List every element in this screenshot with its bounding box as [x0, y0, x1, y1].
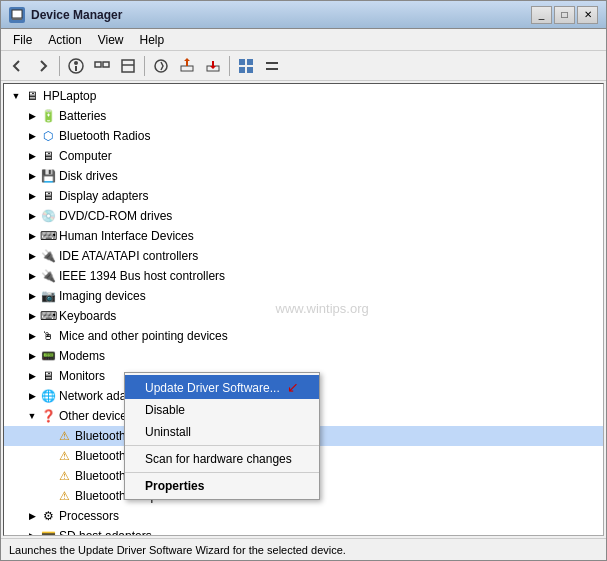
update-driver-button[interactable]	[175, 54, 199, 78]
expander-mice[interactable]: ▶	[24, 328, 40, 344]
maximize-button[interactable]: □	[554, 6, 575, 24]
menu-help[interactable]: Help	[132, 30, 173, 50]
warning-icon-2: ⚠	[56, 448, 72, 464]
keyboards-icon: ⌨	[40, 308, 56, 324]
ctx-update-driver[interactable]: Update Driver Software... ↙	[125, 375, 319, 399]
tree-item-modems[interactable]: ▶ 📟 Modems	[4, 346, 603, 366]
toolbar-separator-1	[59, 56, 60, 76]
expander-ide[interactable]: ▶	[24, 248, 40, 264]
window-icon	[9, 7, 25, 23]
tree-item-display-adapters[interactable]: ▶ 🖥 Display adapters	[4, 186, 603, 206]
display-icon: 🖥	[40, 188, 56, 204]
tree-item-keyboards[interactable]: ▶ ⌨ Keyboards	[4, 306, 603, 326]
close-button[interactable]: ✕	[577, 6, 598, 24]
main-area: ▼ 🖥 HPLaptop ▶ 🔋 Batteries ▶ ⬡ Bluetooth…	[3, 83, 604, 536]
ctx-update-driver-label: Update Driver Software...	[145, 381, 280, 395]
menu-file[interactable]: File	[5, 30, 40, 50]
label-processors: Processors	[59, 509, 119, 523]
forward-button[interactable]	[31, 54, 55, 78]
uninstall-button[interactable]	[201, 54, 225, 78]
computer-icon2: 🖥	[40, 148, 56, 164]
extra-button-1[interactable]	[234, 54, 258, 78]
ctx-scan-hardware[interactable]: Scan for hardware changes	[125, 448, 319, 470]
label-mice: Mice and other pointing devices	[59, 329, 228, 343]
expander-processors[interactable]: ▶	[24, 508, 40, 524]
tree-item-imaging[interactable]: ▶ 📷 Imaging devices	[4, 286, 603, 306]
label-computer: Computer	[59, 149, 112, 163]
tree-item-disk-drives[interactable]: ▶ 💾 Disk drives	[4, 166, 603, 186]
expander-imaging[interactable]: ▶	[24, 288, 40, 304]
expander-hplaptop[interactable]: ▼	[8, 88, 24, 104]
tree-item-ide[interactable]: ▶ 🔌 IDE ATA/ATAPI controllers	[4, 246, 603, 266]
svg-rect-12	[239, 59, 245, 65]
label-modems: Modems	[59, 349, 105, 363]
expander-other[interactable]: ▼	[24, 408, 40, 424]
label-sd-host: SD host adapters	[59, 529, 152, 535]
label-hplaptop: HPLaptop	[43, 89, 96, 103]
tree-item-hid[interactable]: ▶ ⌨ Human Interface Devices	[4, 226, 603, 246]
back-button[interactable]	[5, 54, 29, 78]
modems-icon: 📟	[40, 348, 56, 364]
disk-icon: 💾	[40, 168, 56, 184]
label-batteries: Batteries	[59, 109, 106, 123]
expander-network[interactable]: ▶	[24, 388, 40, 404]
tree-item-hplaptop[interactable]: ▼ 🖥 HPLaptop	[4, 86, 603, 106]
ieee-icon: 🔌	[40, 268, 56, 284]
properties-button[interactable]	[64, 54, 88, 78]
expander-display[interactable]: ▶	[24, 188, 40, 204]
menu-view[interactable]: View	[90, 30, 132, 50]
window-controls: _ □ ✕	[531, 6, 598, 24]
scan-hardware-button[interactable]	[149, 54, 173, 78]
tree-item-bluetooth-radios[interactable]: ▶ ⬡ Bluetooth Radios	[4, 126, 603, 146]
expander-disk-drives[interactable]: ▶	[24, 168, 40, 184]
tree-item-dvd[interactable]: ▶ 💿 DVD/CD-ROM drives	[4, 206, 603, 226]
expander-keyboards[interactable]: ▶	[24, 308, 40, 324]
menu-bar: File Action View Help	[1, 29, 606, 51]
ctx-disable[interactable]: Disable	[125, 399, 319, 421]
expander-sd[interactable]: ▶	[24, 528, 40, 535]
toolbar	[1, 51, 606, 81]
tree-item-sd-host[interactable]: ▶ 💳 SD host adapters	[4, 526, 603, 535]
batteries-icon: 🔋	[40, 108, 56, 124]
svg-rect-3	[75, 66, 77, 71]
tree-item-computer[interactable]: ▶ 🖥 Computer	[4, 146, 603, 166]
svg-rect-6	[103, 62, 109, 67]
extra-button-2[interactable]	[260, 54, 284, 78]
tree-item-ieee1394[interactable]: ▶ 🔌 IEEE 1394 Bus host controllers	[4, 266, 603, 286]
ctx-uninstall[interactable]: Uninstall	[125, 421, 319, 443]
tree-item-mice[interactable]: ▶ 🖱 Mice and other pointing devices	[4, 326, 603, 346]
status-bar: Launches the Update Driver Software Wiza…	[1, 538, 606, 560]
label-display-adapters: Display adapters	[59, 189, 148, 203]
ctx-separator-2	[125, 472, 319, 473]
label-ieee1394: IEEE 1394 Bus host controllers	[59, 269, 225, 283]
menu-action[interactable]: Action	[40, 30, 89, 50]
svg-point-2	[74, 61, 78, 65]
expander-ieee1394[interactable]: ▶	[24, 268, 40, 284]
hid-icon: ⌨	[40, 228, 56, 244]
expander-monitors[interactable]: ▶	[24, 368, 40, 384]
show-hidden-button[interactable]	[90, 54, 114, 78]
expander-computer[interactable]: ▶	[24, 148, 40, 164]
expander-bluetooth-radios[interactable]: ▶	[24, 128, 40, 144]
ctx-properties-label: Properties	[145, 479, 204, 493]
expander-batteries[interactable]: ▶	[24, 108, 40, 124]
svg-rect-14	[239, 67, 245, 73]
ctx-properties[interactable]: Properties	[125, 475, 319, 497]
resources-button[interactable]	[116, 54, 140, 78]
arrow-icon: ↙	[287, 379, 299, 395]
tree-item-batteries[interactable]: ▶ 🔋 Batteries	[4, 106, 603, 126]
warning-icon-1: ⚠	[56, 428, 72, 444]
minimize-button[interactable]: _	[531, 6, 552, 24]
warning-icon-4: ⚠	[56, 488, 72, 504]
expander-modems[interactable]: ▶	[24, 348, 40, 364]
device-manager-window: Device Manager _ □ ✕ File Action View He…	[0, 0, 607, 561]
ctx-uninstall-label: Uninstall	[145, 425, 191, 439]
tree-item-processors[interactable]: ▶ ⚙ Processors	[4, 506, 603, 526]
window-title: Device Manager	[31, 8, 531, 22]
svg-rect-15	[247, 67, 253, 73]
label-dvd: DVD/CD-ROM drives	[59, 209, 172, 223]
context-menu: Update Driver Software... ↙ Disable Unin…	[124, 372, 320, 500]
expander-dvd[interactable]: ▶	[24, 208, 40, 224]
expander-hid[interactable]: ▶	[24, 228, 40, 244]
title-bar: Device Manager _ □ ✕	[1, 1, 606, 29]
